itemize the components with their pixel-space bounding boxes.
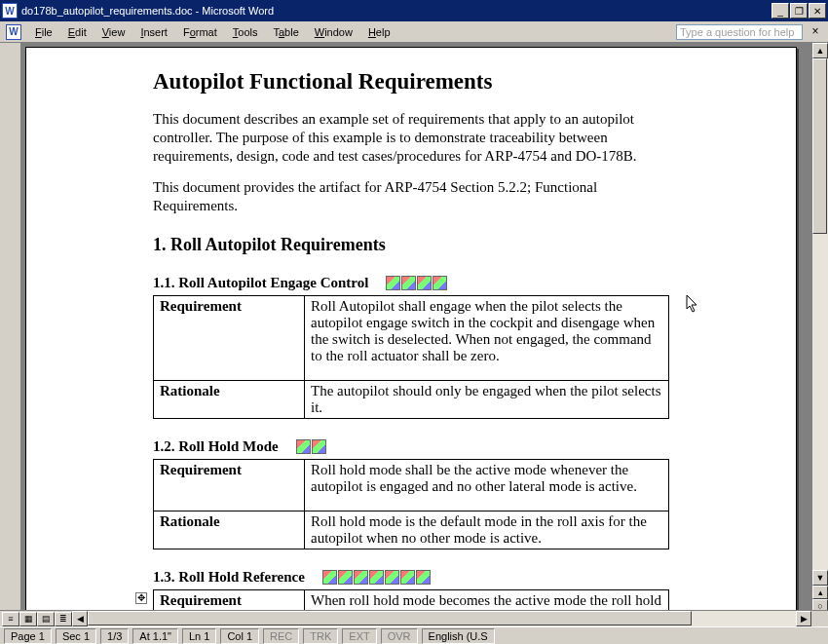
- section-1-heading: 1. Roll Autopilot Requirements: [153, 235, 669, 255]
- web-view-button[interactable]: ▦: [19, 612, 37, 626]
- vscroll-track[interactable]: [812, 58, 828, 570]
- trace-icon[interactable]: [312, 439, 326, 454]
- intro-paragraph-2: This document provides the artifact for …: [153, 178, 669, 215]
- menu-file[interactable]: File: [27, 24, 60, 40]
- table-row: Rationale Roll hold mode is the default …: [154, 511, 669, 549]
- rationale-text: Roll hold mode is the default mode in th…: [305, 511, 669, 549]
- trace-icon[interactable]: [322, 570, 337, 585]
- outline-view-button[interactable]: ≣: [55, 612, 72, 626]
- trace-icons-1-2[interactable]: [296, 439, 326, 454]
- trace-icon[interactable]: [401, 276, 416, 290]
- trace-icons-1-1[interactable]: [386, 276, 447, 290]
- scroll-left-button[interactable]: ◀: [72, 611, 88, 626]
- help-search-box[interactable]: Type a question for help: [676, 24, 803, 40]
- status-pages: 1/3: [100, 628, 129, 644]
- vscroll-thumb[interactable]: [812, 58, 827, 234]
- trace-icon[interactable]: [417, 276, 432, 290]
- req-label: Requirement: [154, 295, 305, 380]
- status-at: At 1.1": [132, 628, 178, 644]
- status-section: Sec 1: [56, 628, 96, 644]
- section-1-1-title: 1.1. Roll Autopilot Engage Control: [153, 275, 368, 291]
- section-1-2-title: 1.2. Roll Hold Mode: [153, 438, 279, 455]
- trace-icon[interactable]: [369, 570, 384, 585]
- menu-bar: W File Edit View Insert Format Tools Tab…: [0, 21, 828, 43]
- section-1-3-heading: 1.3. Roll Hold Reference: [153, 569, 669, 586]
- status-ovr[interactable]: OVR: [381, 628, 418, 644]
- status-line: Ln 1: [182, 628, 216, 644]
- trace-icon[interactable]: [400, 570, 415, 585]
- print-view-button[interactable]: ▤: [37, 612, 55, 626]
- hscroll-track[interactable]: [88, 611, 796, 626]
- status-page: Page 1: [4, 628, 52, 644]
- table-move-handle-icon[interactable]: ✥: [135, 592, 147, 604]
- close-button[interactable]: ✕: [809, 3, 826, 19]
- trace-icons-1-3[interactable]: [322, 570, 431, 585]
- rationale-text: The autopilot should only be engaged whe…: [305, 380, 669, 418]
- menu-edit[interactable]: Edit: [60, 24, 94, 40]
- menu-table[interactable]: Table: [265, 24, 306, 40]
- normal-view-button[interactable]: ≡: [2, 612, 19, 626]
- trace-icon[interactable]: [354, 570, 368, 585]
- status-rec[interactable]: REC: [263, 628, 299, 644]
- prev-page-button[interactable]: ▴: [812, 586, 828, 599]
- page: Autopilot Functional Requirements This d…: [25, 47, 797, 626]
- menu-help[interactable]: Help: [360, 24, 398, 40]
- menu-format[interactable]: Format: [175, 24, 225, 40]
- word-app-icon: W: [2, 3, 18, 19]
- horizontal-scrollbar[interactable]: ◀ ▶: [72, 611, 811, 626]
- scroll-right-button[interactable]: ▶: [796, 611, 811, 626]
- menu-tools[interactable]: Tools: [225, 24, 266, 40]
- table-row: Rationale The autopilot should only be e…: [154, 380, 669, 418]
- section-1-3-title: 1.3. Roll Hold Reference: [153, 569, 305, 586]
- hscroll-thumb[interactable]: [88, 611, 692, 625]
- rationale-label: Rationale: [154, 511, 305, 549]
- status-language[interactable]: English (U.S: [422, 628, 495, 644]
- window-title: do178b_autopilot_requirements.doc - Micr…: [21, 5, 771, 17]
- req-label: Requirement: [154, 459, 305, 511]
- table-row: Requirement Roll Autopilot shall engage …: [154, 295, 669, 380]
- req-text: Roll hold mode shall be the active mode …: [305, 459, 669, 511]
- scroll-down-button[interactable]: ▼: [812, 570, 828, 586]
- req-table-1-1: Requirement Roll Autopilot shall engage …: [153, 295, 669, 419]
- status-ext[interactable]: EXT: [342, 628, 376, 644]
- intro-paragraph-1: This document describes an example set o…: [153, 110, 669, 165]
- word-doc-icon[interactable]: W: [6, 24, 21, 40]
- document-area[interactable]: Autopilot Functional Requirements This d…: [21, 43, 811, 626]
- window-buttons: _ ❐ ✕: [771, 3, 826, 19]
- menu-insert[interactable]: Insert: [132, 24, 175, 40]
- doc-title: Autopilot Functional Requirements: [153, 69, 669, 95]
- trace-icon[interactable]: [385, 570, 399, 585]
- trace-icon[interactable]: [416, 570, 431, 585]
- menu-view[interactable]: View: [94, 24, 133, 40]
- status-col: Col 1: [220, 628, 259, 644]
- table-row: Requirement Roll hold mode shall be the …: [154, 459, 669, 511]
- hscroll-row: ≡ ▦ ▤ ≣ ◀ ▶: [0, 610, 828, 626]
- trace-icon[interactable]: [338, 570, 353, 585]
- req-table-1-2: Requirement Roll hold mode shall be the …: [153, 459, 669, 549]
- view-buttons: ≡ ▦ ▤ ≣: [0, 612, 72, 626]
- doc-close-button[interactable]: ×: [809, 25, 822, 39]
- title-bar: W do178b_autopilot_requirements.doc - Mi…: [0, 0, 828, 21]
- trace-icon[interactable]: [433, 276, 447, 290]
- trace-icon[interactable]: [386, 276, 400, 290]
- trace-icon[interactable]: [296, 439, 311, 454]
- vertical-scrollbar[interactable]: ▲ ▼ ▴ ○ ▾: [811, 43, 828, 626]
- section-1-2-heading: 1.2. Roll Hold Mode: [153, 438, 669, 455]
- section-1-1-heading: 1.1. Roll Autopilot Engage Control: [153, 275, 669, 291]
- status-trk[interactable]: TRK: [303, 628, 338, 644]
- restore-button[interactable]: ❐: [790, 3, 808, 19]
- req-text: Roll Autopilot shall engage when the pil…: [305, 295, 669, 380]
- left-margin: [0, 43, 21, 626]
- scroll-up-button[interactable]: ▲: [812, 43, 828, 58]
- rationale-label: Rationale: [154, 380, 305, 418]
- minimize-button[interactable]: _: [772, 3, 789, 19]
- status-bar: Page 1 Sec 1 1/3 At 1.1" Ln 1 Col 1 REC …: [0, 626, 828, 644]
- menu-window[interactable]: Window: [307, 24, 360, 40]
- workspace: Autopilot Functional Requirements This d…: [0, 43, 828, 626]
